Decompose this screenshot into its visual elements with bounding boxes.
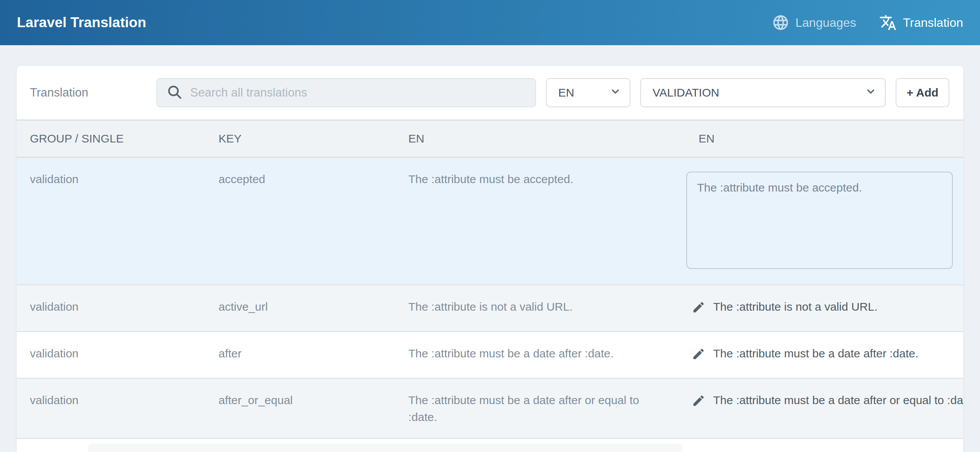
row-translation-cell: The :attribute may only contain letters. — [686, 439, 963, 452]
group-select-value: VALIDATION — [653, 86, 865, 99]
header-key: KEY — [219, 132, 408, 145]
row-translation-text: The :attribute is not a valid URL. — [713, 298, 878, 315]
row-group: validation — [30, 285, 219, 331]
row-translation-text: The :attribute must be a date after or e… — [713, 392, 963, 409]
navbar: Laravel Translation Languages Translatio… — [0, 0, 980, 45]
header-target-locale: EN — [686, 132, 963, 145]
translation-editor[interactable] — [686, 172, 953, 269]
row-group: validation — [30, 332, 219, 378]
pencil-icon[interactable] — [692, 347, 705, 365]
globe-icon — [772, 14, 789, 31]
row-translation-text: The :attribute must be a date after :dat… — [713, 345, 918, 362]
toolbar-title: Translation — [30, 86, 156, 100]
group-select[interactable]: VALIDATION — [640, 78, 886, 107]
nav-link-translation[interactable]: Translation — [879, 14, 963, 31]
app-title: Laravel Translation — [17, 15, 146, 31]
nav-link-languages[interactable]: Languages — [772, 14, 856, 31]
search-input[interactable] — [190, 86, 526, 100]
pencil-icon[interactable] — [692, 300, 705, 319]
row-translation-cell: The :attribute must be a date after :dat… — [686, 332, 963, 378]
nav-links: Languages Translation — [772, 14, 963, 31]
table-header: GROUP / SINGLE KEY EN EN — [17, 120, 963, 158]
row-source-text: The :attribute is not a valid URL. — [408, 285, 686, 331]
header-source-locale: EN — [408, 132, 686, 145]
row-group: validation — [30, 158, 219, 284]
row-key: after_or_equal — [219, 379, 408, 438]
table-body: validationacceptedThe :attribute must be… — [17, 158, 963, 452]
row-translation-cell — [686, 158, 963, 284]
language-select-value: EN — [558, 86, 610, 99]
row-key: active_url — [219, 285, 408, 331]
row-key: accepted — [219, 158, 408, 284]
table-row: validationactive_urlThe :attribute is no… — [17, 284, 963, 331]
pencil-icon[interactable] — [692, 394, 705, 412]
header-group-single: GROUP / SINGLE — [30, 132, 219, 145]
table-row: validationafter_or_equalThe :attribute m… — [17, 378, 963, 438]
row-translation-cell: The :attribute is not a valid URL. — [686, 285, 963, 331]
language-select[interactable]: EN — [546, 78, 630, 107]
translate-icon — [879, 14, 897, 31]
row-key: after — [219, 332, 408, 378]
translations-card: Translation EN VALIDATION + Add GROUP / … — [17, 66, 963, 452]
table-row: validationafterThe :attribute must be a … — [17, 331, 963, 378]
bottom-partial-element — [88, 444, 682, 452]
magnifier-icon — [166, 84, 183, 102]
search-box — [156, 78, 536, 107]
row-source-text: The :attribute must be accepted. — [408, 158, 686, 284]
row-source-text: The :attribute must be a date after :dat… — [408, 332, 686, 378]
chevron-down-icon — [865, 86, 876, 100]
add-button[interactable]: + Add — [896, 78, 949, 107]
nav-link-label: Languages — [796, 16, 856, 30]
nav-link-label: Translation — [903, 16, 963, 30]
row-group: validation — [30, 379, 219, 438]
row-source-text: The :attribute must be a date after or e… — [408, 379, 686, 438]
table-row: validationacceptedThe :attribute must be… — [17, 158, 963, 284]
row-translation-cell: The :attribute must be a date after or e… — [686, 379, 963, 438]
chevron-down-icon — [610, 86, 621, 100]
toolbar: Translation EN VALIDATION + Add — [17, 66, 963, 120]
